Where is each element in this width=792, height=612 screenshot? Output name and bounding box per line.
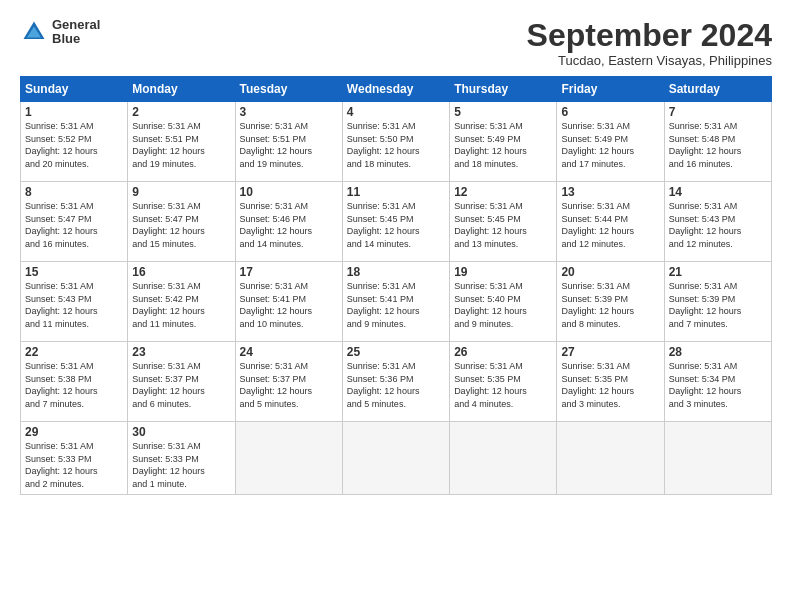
day-info: Sunrise: 5:31 AM Sunset: 5:44 PM Dayligh… <box>561 200 659 250</box>
calendar-week-1: 1Sunrise: 5:31 AM Sunset: 5:52 PM Daylig… <box>21 102 772 182</box>
day-info: Sunrise: 5:31 AM Sunset: 5:42 PM Dayligh… <box>132 280 230 330</box>
logo-icon <box>20 18 48 46</box>
col-friday: Friday <box>557 77 664 102</box>
day-info: Sunrise: 5:31 AM Sunset: 5:33 PM Dayligh… <box>132 440 230 490</box>
logo-line2: Blue <box>52 32 100 46</box>
day-number: 6 <box>561 105 659 119</box>
col-monday: Monday <box>128 77 235 102</box>
day-number: 18 <box>347 265 445 279</box>
table-row: 4Sunrise: 5:31 AM Sunset: 5:50 PM Daylig… <box>342 102 449 182</box>
day-number: 2 <box>132 105 230 119</box>
day-info: Sunrise: 5:31 AM Sunset: 5:50 PM Dayligh… <box>347 120 445 170</box>
day-number: 4 <box>347 105 445 119</box>
day-number: 11 <box>347 185 445 199</box>
day-info: Sunrise: 5:31 AM Sunset: 5:46 PM Dayligh… <box>240 200 338 250</box>
calendar-week-5: 29Sunrise: 5:31 AM Sunset: 5:33 PM Dayli… <box>21 422 772 494</box>
day-info: Sunrise: 5:31 AM Sunset: 5:36 PM Dayligh… <box>347 360 445 410</box>
day-info: Sunrise: 5:31 AM Sunset: 5:35 PM Dayligh… <box>561 360 659 410</box>
calendar-header-row: Sunday Monday Tuesday Wednesday Thursday… <box>21 77 772 102</box>
calendar-week-3: 15Sunrise: 5:31 AM Sunset: 5:43 PM Dayli… <box>21 262 772 342</box>
day-number: 27 <box>561 345 659 359</box>
day-number: 21 <box>669 265 767 279</box>
day-number: 24 <box>240 345 338 359</box>
day-number: 25 <box>347 345 445 359</box>
table-row: 12Sunrise: 5:31 AM Sunset: 5:45 PM Dayli… <box>450 182 557 262</box>
day-info: Sunrise: 5:31 AM Sunset: 5:47 PM Dayligh… <box>25 200 123 250</box>
day-number: 20 <box>561 265 659 279</box>
table-row: 10Sunrise: 5:31 AM Sunset: 5:46 PM Dayli… <box>235 182 342 262</box>
table-row: 29Sunrise: 5:31 AM Sunset: 5:33 PM Dayli… <box>21 422 128 494</box>
table-row: 15Sunrise: 5:31 AM Sunset: 5:43 PM Dayli… <box>21 262 128 342</box>
day-number: 15 <box>25 265 123 279</box>
day-info: Sunrise: 5:31 AM Sunset: 5:51 PM Dayligh… <box>240 120 338 170</box>
day-number: 14 <box>669 185 767 199</box>
header: General Blue September 2024 Tucdao, East… <box>20 18 772 68</box>
day-info: Sunrise: 5:31 AM Sunset: 5:49 PM Dayligh… <box>454 120 552 170</box>
calendar-week-4: 22Sunrise: 5:31 AM Sunset: 5:38 PM Dayli… <box>21 342 772 422</box>
table-row: 24Sunrise: 5:31 AM Sunset: 5:37 PM Dayli… <box>235 342 342 422</box>
day-number: 12 <box>454 185 552 199</box>
table-row: 13Sunrise: 5:31 AM Sunset: 5:44 PM Dayli… <box>557 182 664 262</box>
day-info: Sunrise: 5:31 AM Sunset: 5:47 PM Dayligh… <box>132 200 230 250</box>
day-info: Sunrise: 5:31 AM Sunset: 5:43 PM Dayligh… <box>669 200 767 250</box>
col-sunday: Sunday <box>21 77 128 102</box>
table-row: 17Sunrise: 5:31 AM Sunset: 5:41 PM Dayli… <box>235 262 342 342</box>
day-number: 19 <box>454 265 552 279</box>
table-row: 30Sunrise: 5:31 AM Sunset: 5:33 PM Dayli… <box>128 422 235 494</box>
table-row: 21Sunrise: 5:31 AM Sunset: 5:39 PM Dayli… <box>664 262 771 342</box>
day-info: Sunrise: 5:31 AM Sunset: 5:45 PM Dayligh… <box>454 200 552 250</box>
day-info: Sunrise: 5:31 AM Sunset: 5:45 PM Dayligh… <box>347 200 445 250</box>
col-wednesday: Wednesday <box>342 77 449 102</box>
day-info: Sunrise: 5:31 AM Sunset: 5:52 PM Dayligh… <box>25 120 123 170</box>
table-row: 28Sunrise: 5:31 AM Sunset: 5:34 PM Dayli… <box>664 342 771 422</box>
day-number: 8 <box>25 185 123 199</box>
day-info: Sunrise: 5:31 AM Sunset: 5:51 PM Dayligh… <box>132 120 230 170</box>
table-row <box>235 422 342 494</box>
table-row <box>557 422 664 494</box>
table-row: 23Sunrise: 5:31 AM Sunset: 5:37 PM Dayli… <box>128 342 235 422</box>
col-tuesday: Tuesday <box>235 77 342 102</box>
table-row: 6Sunrise: 5:31 AM Sunset: 5:49 PM Daylig… <box>557 102 664 182</box>
table-row <box>664 422 771 494</box>
calendar-table: Sunday Monday Tuesday Wednesday Thursday… <box>20 76 772 494</box>
day-number: 9 <box>132 185 230 199</box>
day-info: Sunrise: 5:31 AM Sunset: 5:48 PM Dayligh… <box>669 120 767 170</box>
day-info: Sunrise: 5:31 AM Sunset: 5:34 PM Dayligh… <box>669 360 767 410</box>
title-block: September 2024 Tucdao, Eastern Visayas, … <box>527 18 772 68</box>
day-info: Sunrise: 5:31 AM Sunset: 5:39 PM Dayligh… <box>669 280 767 330</box>
day-number: 26 <box>454 345 552 359</box>
table-row: 3Sunrise: 5:31 AM Sunset: 5:51 PM Daylig… <box>235 102 342 182</box>
logo-line1: General <box>52 18 100 32</box>
table-row: 20Sunrise: 5:31 AM Sunset: 5:39 PM Dayli… <box>557 262 664 342</box>
day-number: 7 <box>669 105 767 119</box>
logo-text: General Blue <box>52 18 100 47</box>
day-info: Sunrise: 5:31 AM Sunset: 5:33 PM Dayligh… <box>25 440 123 490</box>
month-title: September 2024 <box>527 18 772 53</box>
col-saturday: Saturday <box>664 77 771 102</box>
table-row: 22Sunrise: 5:31 AM Sunset: 5:38 PM Dayli… <box>21 342 128 422</box>
day-info: Sunrise: 5:31 AM Sunset: 5:39 PM Dayligh… <box>561 280 659 330</box>
day-info: Sunrise: 5:31 AM Sunset: 5:40 PM Dayligh… <box>454 280 552 330</box>
table-row: 16Sunrise: 5:31 AM Sunset: 5:42 PM Dayli… <box>128 262 235 342</box>
table-row: 8Sunrise: 5:31 AM Sunset: 5:47 PM Daylig… <box>21 182 128 262</box>
logo: General Blue <box>20 18 100 47</box>
day-info: Sunrise: 5:31 AM Sunset: 5:37 PM Dayligh… <box>240 360 338 410</box>
table-row: 11Sunrise: 5:31 AM Sunset: 5:45 PM Dayli… <box>342 182 449 262</box>
calendar-week-2: 8Sunrise: 5:31 AM Sunset: 5:47 PM Daylig… <box>21 182 772 262</box>
day-number: 28 <box>669 345 767 359</box>
day-number: 13 <box>561 185 659 199</box>
day-number: 1 <box>25 105 123 119</box>
table-row: 2Sunrise: 5:31 AM Sunset: 5:51 PM Daylig… <box>128 102 235 182</box>
table-row: 18Sunrise: 5:31 AM Sunset: 5:41 PM Dayli… <box>342 262 449 342</box>
day-number: 5 <box>454 105 552 119</box>
day-number: 17 <box>240 265 338 279</box>
table-row: 7Sunrise: 5:31 AM Sunset: 5:48 PM Daylig… <box>664 102 771 182</box>
day-info: Sunrise: 5:31 AM Sunset: 5:41 PM Dayligh… <box>347 280 445 330</box>
table-row: 5Sunrise: 5:31 AM Sunset: 5:49 PM Daylig… <box>450 102 557 182</box>
table-row <box>450 422 557 494</box>
day-number: 22 <box>25 345 123 359</box>
day-number: 29 <box>25 425 123 439</box>
day-info: Sunrise: 5:31 AM Sunset: 5:49 PM Dayligh… <box>561 120 659 170</box>
table-row: 26Sunrise: 5:31 AM Sunset: 5:35 PM Dayli… <box>450 342 557 422</box>
col-thursday: Thursday <box>450 77 557 102</box>
